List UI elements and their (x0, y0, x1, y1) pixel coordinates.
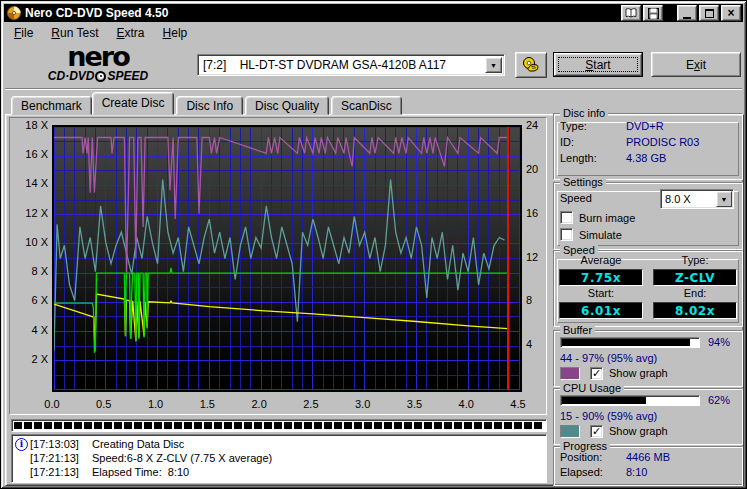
log-time: [17:21:13] (30, 452, 92, 464)
menu-file[interactable]: File (5, 24, 42, 42)
cpu-title: CPU Usage (560, 382, 624, 394)
speed-type-value: Z-CLV (653, 269, 737, 286)
speed-select-value: 8.0 X (661, 193, 691, 205)
y-axis-right-tick: 4 (526, 338, 532, 350)
y-axis-right-tick: 16 (526, 207, 538, 219)
buffer-range: 44 - 97% (95% avg) (560, 352, 657, 364)
elapsed-label: Elapsed: (560, 466, 626, 478)
log-entry: i [17:13:03] Creating Data Disc (14, 437, 544, 451)
log-text: Elapsed Time: 8:10 (92, 466, 189, 478)
y-axis-left-tick: 12 X (14, 207, 48, 219)
app-icon (7, 6, 21, 20)
minimize-button[interactable] (677, 5, 697, 21)
maximize-icon (705, 9, 714, 18)
end-speed-value: 8.02x (653, 302, 737, 319)
y-axis-left-tick: 2 X (14, 353, 48, 365)
close-button[interactable]: × (721, 5, 741, 21)
menu-extra[interactable]: Extra (108, 24, 154, 42)
buffer-show-graph-option[interactable]: ✓ Show graph (590, 366, 668, 380)
y-axis-left-tick: 4 X (14, 324, 48, 336)
nero-logo-text: nero (33, 45, 163, 69)
simulate-option[interactable]: Simulate (560, 226, 736, 243)
log-entry: [17:21:13] Elapsed Time: 8:10 (14, 465, 544, 479)
log-text: Creating Data Disc (92, 438, 184, 450)
cpu-show-graph-checkbox[interactable]: ✓ (590, 425, 603, 438)
cpu-bar (560, 395, 700, 406)
y-axis-left-tick: 8 X (14, 265, 48, 277)
y-axis-right-tick: 20 (526, 163, 538, 175)
status-log[interactable]: i [17:13:03] Creating Data Disc [17:21:1… (11, 434, 547, 483)
log-time: [17:13:03] (30, 438, 92, 450)
burn-image-checkbox[interactable] (560, 211, 573, 224)
buffer-bar (560, 337, 700, 348)
burn-image-option[interactable]: Burn image (560, 209, 736, 226)
x-axis-tick: 3.5 (399, 398, 429, 410)
disc-id-value: PRODISC R03 (626, 136, 699, 148)
window-title: Nero CD-DVD Speed 4.50 (25, 6, 168, 20)
log-entry: [17:21:13] Speed:6-8 X Z-CLV (7.75 X ave… (14, 451, 544, 465)
y-axis-right-tick: 8 (526, 294, 532, 306)
average-speed-value: 7.75x (559, 269, 643, 286)
x-axis-tick: 4.0 (451, 398, 481, 410)
speed-type-label: Type: (653, 254, 737, 268)
settings-group: Settings Speed 8.0 X ▼ Burn image Simula… (553, 182, 743, 250)
x-axis-tick: 2.0 (244, 398, 274, 410)
cpu-range: 15 - 90% (59% avg) (560, 410, 657, 422)
disc-length-value: 4.38 GB (626, 152, 666, 164)
buffer-show-graph-checkbox[interactable]: ✓ (590, 367, 603, 380)
start-button[interactable]: Start (553, 52, 643, 77)
maximize-button[interactable] (699, 5, 719, 21)
eject-disc-button[interactable] (515, 52, 547, 78)
logo-speed-text: SPEED (107, 69, 148, 83)
progress-group: Progress Position:4466 MB Elapsed:8:10 (553, 446, 743, 486)
app-window: Nero CD-DVD Speed 4.50 × File Run (0, 0, 747, 489)
disc-info-title: Disc info (560, 107, 608, 119)
x-axis-tick: 0.5 (89, 398, 119, 410)
buffer-show-graph-label: Show graph (609, 367, 668, 379)
tab-scandisc[interactable]: ScanDisc (331, 96, 402, 115)
cpu-color-swatch (560, 425, 580, 438)
chevron-down-icon[interactable]: ▼ (716, 191, 732, 207)
speed-select[interactable]: 8.0 X ▼ (660, 189, 734, 209)
save-results-button[interactable] (643, 5, 663, 21)
elapsed-value: 8:10 (626, 466, 647, 478)
cpu-show-graph-option[interactable]: ✓ Show graph (590, 424, 668, 438)
settings-title: Settings (560, 176, 606, 188)
simulate-checkbox[interactable] (560, 228, 573, 241)
nero-logo: nero CD·DVDSPEED (33, 45, 163, 83)
log-time: [17:21:13] (30, 466, 92, 478)
disc-info-group: Disc info Type:DVD+R ID:PRODISC R03 Leng… (553, 113, 743, 180)
burn-image-label: Burn image (579, 212, 635, 224)
x-axis-tick: 3.0 (348, 398, 378, 410)
speed-setting-label: Speed (560, 192, 626, 204)
cpu-show-graph-label: Show graph (609, 425, 668, 437)
cpu-percent: 62% (708, 394, 730, 406)
simulate-label: Simulate (579, 229, 622, 241)
disc-icon (95, 71, 106, 82)
close-icon: × (727, 8, 734, 18)
menu-help[interactable]: Help (154, 24, 197, 42)
toolbar: nero CD·DVDSPEED [7:2] HL-DT-ST DVDRAM G… (5, 42, 742, 88)
tab-disc-info[interactable]: Disc Info (176, 96, 243, 115)
exit-button[interactable]: Exit (651, 52, 741, 77)
cpu-bar-fill (562, 397, 646, 404)
x-axis-tick: 1.5 (192, 398, 222, 410)
position-label: Position: (560, 451, 626, 463)
write-progress-bar (11, 419, 547, 432)
cpu-group: CPU Usage 62% 15 - 90% (59% avg) ✓ Show … (553, 388, 743, 445)
toolbar-separator (5, 88, 742, 90)
menu-run-test[interactable]: Run Test (42, 24, 107, 42)
x-axis-tick: 0.0 (37, 398, 67, 410)
y-axis-left-tick: 18 X (14, 119, 48, 131)
chart-plot-area (52, 125, 522, 392)
hand-disc-icon (521, 56, 541, 74)
view-results-button[interactable] (621, 5, 641, 21)
chevron-down-icon[interactable]: ▼ (485, 57, 502, 73)
tab-disc-quality[interactable]: Disc Quality (245, 96, 329, 115)
tab-create-disc[interactable]: Create Disc (92, 92, 175, 115)
titlebar[interactable]: Nero CD-DVD Speed 4.50 × (4, 4, 743, 22)
floppy-icon (648, 8, 659, 19)
tab-benchmark[interactable]: Benchmark (11, 96, 92, 115)
start-button-label: Start (585, 58, 610, 72)
drive-select[interactable]: [7:2] HL-DT-ST DVDRAM GSA-4120B A117 ▼ (197, 54, 505, 76)
